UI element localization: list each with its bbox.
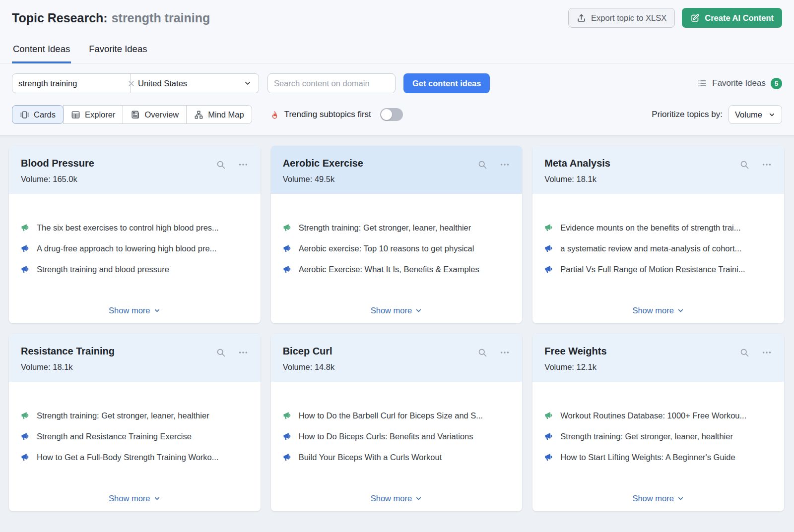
idea-item[interactable]: The six best exercises to control high b… xyxy=(21,223,249,235)
card-title[interactable]: Blood Pressure xyxy=(21,158,216,169)
idea-item[interactable]: a systematic review and meta-analysis of… xyxy=(544,243,772,255)
favorite-ideas-link[interactable]: Favorite Ideas 5 xyxy=(697,78,782,89)
idea-item[interactable]: Strength training: Get stronger, leaner,… xyxy=(544,431,772,443)
card-head-left: Bicep CurlVolume: 14.8k xyxy=(283,346,478,372)
idea-item[interactable]: Build Your Biceps With a Curls Workout xyxy=(283,452,511,464)
megaphone-icon xyxy=(544,244,553,255)
card-title[interactable]: Bicep Curl xyxy=(283,346,478,357)
card-title[interactable]: Free Weights xyxy=(544,346,739,357)
idea-item[interactable]: How to Do Biceps Curls: Benefits and Var… xyxy=(283,431,511,443)
idea-item[interactable]: Strength training: Get stronger, leaner,… xyxy=(283,223,511,235)
prioritize-select-value: Volume xyxy=(735,110,762,119)
idea-item[interactable]: Aerobic Exercise: What It Is, Benefits &… xyxy=(283,264,511,276)
card-volume: Volume: 49.5k xyxy=(283,175,478,184)
card-title[interactable]: Aerobic Exercise xyxy=(283,158,478,169)
country-select[interactable]: United States xyxy=(131,74,259,93)
idea-text: Aerobic Exercise: What It Is, Benefits &… xyxy=(299,264,479,275)
search-icon[interactable] xyxy=(739,348,749,357)
idea-item[interactable]: Strength training and blood pressure xyxy=(21,264,249,276)
tab-favorite-ideas[interactable]: Favorite Ideas xyxy=(88,41,148,63)
toggle-knob xyxy=(381,109,392,120)
idea-item[interactable]: Strength training: Get stronger, leaner,… xyxy=(21,411,249,422)
card-icons xyxy=(739,346,772,358)
megaphone-icon xyxy=(21,453,30,464)
get-content-ideas-button[interactable]: Get content ideas xyxy=(403,73,490,93)
ellipsis-menu-icon[interactable] xyxy=(238,347,249,358)
domain-search-box xyxy=(267,73,396,93)
ellipsis-menu-icon[interactable] xyxy=(761,159,772,170)
domain-search-input[interactable] xyxy=(274,79,389,88)
idea-text: Strength and Resistance Training Exercis… xyxy=(37,431,192,442)
idea-text: How to Get a Full-Body Strength Training… xyxy=(37,452,219,463)
show-more-label: Show more xyxy=(371,306,412,315)
megaphone-icon xyxy=(544,411,553,422)
megaphone-icon xyxy=(544,223,553,235)
overview-icon xyxy=(131,110,140,119)
idea-item[interactable]: How to Do the Barbell Curl for Biceps Si… xyxy=(283,411,511,422)
card-title[interactable]: Resistance Training xyxy=(21,346,216,357)
idea-list: Workout Routines Database: 1000+ Free Wo… xyxy=(544,411,772,473)
idea-text: Build Your Biceps With a Curls Workout xyxy=(299,452,442,463)
topic-search-input[interactable] xyxy=(18,79,128,88)
cards-grid: Blood PressureVolume: 165.0kThe six best… xyxy=(9,146,784,511)
volume-value: 49.5k xyxy=(315,175,334,183)
tab-content-ideas[interactable]: Content Ideas xyxy=(12,41,71,63)
ellipsis-menu-icon[interactable] xyxy=(499,347,510,358)
view-mind-map[interactable]: Mind Map xyxy=(186,105,252,124)
flame-icon xyxy=(270,110,279,119)
card-title[interactable]: Meta Analysis xyxy=(544,158,739,169)
topic-card: Bicep CurlVolume: 14.8kHow to Do the Bar… xyxy=(271,334,523,511)
show-more-link[interactable]: Show more xyxy=(109,306,160,315)
idea-item[interactable]: Evidence mounts on the benefits of stren… xyxy=(544,223,772,235)
search-icon[interactable] xyxy=(477,348,487,357)
idea-item[interactable]: Partial Vs Full Range of Motion Resistan… xyxy=(544,264,772,276)
show-more-link[interactable]: Show more xyxy=(371,306,422,315)
search-icon[interactable] xyxy=(477,160,487,170)
show-more-link[interactable]: Show more xyxy=(632,306,684,315)
idea-text: Strength training: Get stronger, leaner,… xyxy=(299,223,471,233)
create-ai-content-button[interactable]: Create AI Content xyxy=(682,8,782,28)
idea-item[interactable]: Strength and Resistance Training Exercis… xyxy=(21,431,249,443)
show-more-link[interactable]: Show more xyxy=(632,494,684,503)
volume-label: Volume: xyxy=(544,362,574,371)
ellipsis-menu-icon[interactable] xyxy=(499,159,510,170)
view-overview[interactable]: Overview xyxy=(123,105,187,124)
card-head-left: Resistance TrainingVolume: 18.1k xyxy=(21,346,216,372)
trending-toggle[interactable] xyxy=(380,108,403,121)
idea-item[interactable]: How to Get a Full-Body Strength Training… xyxy=(21,452,249,464)
volume-value: 12.1k xyxy=(577,362,596,371)
chevron-down-icon xyxy=(244,79,252,87)
idea-item[interactable]: How to Start Lifting Weights: A Beginner… xyxy=(544,452,772,464)
view-explorer[interactable]: Explorer xyxy=(63,105,123,124)
prioritize-select[interactable]: Volume xyxy=(728,105,782,124)
view-cards[interactable]: Cards xyxy=(12,105,64,124)
ellipsis-menu-icon[interactable] xyxy=(238,159,249,170)
idea-item[interactable]: Aerobic exercise: Top 10 reasons to get … xyxy=(283,243,511,255)
idea-item[interactable]: A drug-free approach to lowering high bl… xyxy=(21,243,249,255)
card-body: Workout Routines Database: 1000+ Free Wo… xyxy=(532,382,784,511)
show-more-link[interactable]: Show more xyxy=(371,494,422,503)
megaphone-icon xyxy=(21,223,30,235)
controls: United States Get content ideas Favorite… xyxy=(0,63,794,124)
idea-text: Partial Vs Full Range of Motion Resistan… xyxy=(560,264,745,275)
volume-value: 165.0k xyxy=(53,175,77,183)
idea-item[interactable]: Workout Routines Database: 1000+ Free Wo… xyxy=(544,411,772,422)
card-icons xyxy=(477,158,510,170)
search-icon[interactable] xyxy=(216,160,226,170)
cards-icon xyxy=(20,110,29,119)
card-body: Strength training: Get stronger, leaner,… xyxy=(271,194,523,323)
idea-text: How to Do Biceps Curls: Benefits and Var… xyxy=(299,431,473,442)
view-row: CardsExplorerOverviewMind Map Trending s… xyxy=(12,105,782,124)
card-volume: Volume: 165.0k xyxy=(21,175,216,184)
search-icon[interactable] xyxy=(739,160,749,170)
favorite-ideas-label: Favorite Ideas xyxy=(712,78,766,88)
search-icon[interactable] xyxy=(216,348,226,357)
show-more-link[interactable]: Show more xyxy=(109,494,160,503)
megaphone-icon xyxy=(21,432,30,443)
ellipsis-menu-icon[interactable] xyxy=(761,347,772,358)
search-row: United States Get content ideas Favorite… xyxy=(12,73,782,93)
show-more-label: Show more xyxy=(632,306,673,315)
card-header: Bicep CurlVolume: 14.8k xyxy=(271,334,523,382)
export-xlsx-button[interactable]: Export topic to XLSX xyxy=(568,8,675,28)
list-icon xyxy=(697,78,707,88)
